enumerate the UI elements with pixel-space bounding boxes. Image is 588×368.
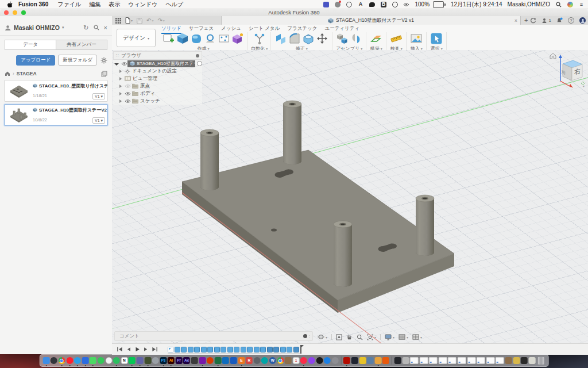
expand-arrow-icon[interactable] — [119, 70, 122, 73]
dock-app-icon-9[interactable] — [113, 357, 120, 364]
browser-node-0[interactable]: ドキュメントの設定 — [113, 67, 202, 75]
dock-app-icon-42[interactable] — [367, 357, 374, 364]
browser-grip-icon[interactable]: ∷ — [116, 53, 119, 58]
model-post-front-mid[interactable] — [334, 221, 352, 287]
dock-minimized-window[interactable] — [419, 357, 428, 364]
save-icon[interactable] — [137, 18, 142, 24]
dock-app-icon-10[interactable]: N — [121, 357, 127, 364]
dock-minimized-window[interactable] — [496, 357, 504, 364]
timeline-feature-2[interactable] — [181, 347, 187, 352]
dock-app-icon-8[interactable] — [105, 357, 112, 364]
dock-app-icon-23[interactable] — [222, 357, 229, 364]
data-item-card-1[interactable]: STAGEA_H10壁面取付ステーV2 10/8/22 V1 ▾ — [4, 104, 108, 126]
viewcube-home-icon[interactable] — [550, 53, 556, 59]
dock-app-icon-37[interactable] — [331, 357, 338, 364]
dock-app-icon-18[interactable]: Ae — [183, 357, 190, 364]
expand-arrow-icon[interactable] — [119, 99, 122, 103]
dock-app-icon-32[interactable]: 1 — [292, 357, 299, 364]
dock-app-icon-24[interactable] — [230, 357, 237, 364]
timeline-feature-7[interactable] — [214, 347, 220, 352]
viewports-icon[interactable]: ▾ — [412, 334, 422, 340]
home-icon[interactable] — [5, 71, 10, 76]
display-settings-icon[interactable]: ▾ — [385, 334, 394, 340]
document-tab[interactable]: STAGEA_H10壁面取付ステーV2 v1 × — [221, 16, 521, 25]
timeline-playhead[interactable] — [300, 345, 301, 354]
file-menu-icon[interactable]: ▾ — [125, 17, 133, 24]
dock-app-icon-61[interactable] — [529, 357, 536, 364]
dock-app-icon-19[interactable] — [191, 357, 198, 364]
dock-app-icon-22[interactable] — [215, 357, 222, 364]
dock-app-icon-21[interactable] — [207, 357, 214, 364]
browser-node-3[interactable]: ボディ — [113, 90, 202, 97]
dock-app-icon-16[interactable]: Ai — [168, 357, 175, 364]
apple-menu-icon[interactable] — [7, 1, 13, 8]
dock-app-icon-0[interactable] — [42, 357, 49, 364]
time-step-back-icon[interactable] — [126, 346, 131, 352]
time-skip-end-icon[interactable] — [152, 346, 158, 352]
assembly-icon[interactable] — [336, 32, 349, 45]
boxapp-icon[interactable]: B — [380, 1, 386, 7]
tab-data[interactable]: データ — [5, 40, 56, 49]
chat-bubble-icon[interactable] — [369, 1, 375, 7]
dock-app-icon-35[interactable] — [316, 357, 323, 364]
mesh-icon[interactable] — [231, 32, 244, 45]
panel-close-icon[interactable]: × — [104, 25, 107, 31]
dock-app-icon-58[interactable] — [505, 357, 512, 364]
menubar-app-name[interactable]: Fusion 360 — [18, 1, 48, 7]
spotlight-search-icon[interactable] — [555, 1, 562, 7]
activate-component-radio[interactable] — [197, 61, 202, 66]
dock-minimized-window[interactable] — [448, 357, 457, 364]
browser-node-4[interactable]: スケッチ — [113, 97, 202, 105]
viewport-canvas[interactable]: ∷ ブラウザ STAGEA_H10壁面取付ステーV... ドキュメントの設定ビュ… — [112, 50, 588, 343]
document-tab-close-icon[interactable]: × — [514, 18, 517, 24]
dock-app-icon-2[interactable] — [59, 357, 65, 364]
shell-icon[interactable] — [302, 32, 315, 45]
pan-icon[interactable] — [346, 334, 353, 340]
look-at-icon[interactable] — [336, 334, 342, 340]
dock-app-icon-11[interactable] — [129, 357, 136, 364]
timeline-feature-18[interactable] — [287, 347, 292, 352]
account-chevron-icon[interactable]: ▾ — [62, 25, 64, 30]
dock-app-icon-4[interactable] — [74, 357, 81, 364]
dock-minimized-window[interactable] — [429, 357, 438, 364]
dock-app-icon-33[interactable] — [300, 357, 307, 364]
timeline-feature-19[interactable] — [293, 347, 299, 352]
dock-app-icon-31[interactable] — [285, 357, 292, 364]
dock-app-icon-43[interactable] — [374, 357, 381, 364]
control-center-icon[interactable] — [567, 1, 573, 7]
eye-icon[interactable] — [121, 62, 127, 66]
antivirus-icon[interactable]: A — [357, 1, 363, 7]
upload-button[interactable]: アップロード — [16, 55, 55, 66]
timeline-feature-9[interactable] — [227, 347, 233, 352]
sync-status-icon[interactable] — [346, 1, 352, 7]
redo-icon[interactable]: ↷▾ — [157, 18, 164, 24]
menu-item-1[interactable]: 編集 — [89, 1, 100, 7]
dock-minimized-window[interactable] — [467, 357, 475, 364]
dock-app-icon-26[interactable]: R — [246, 357, 253, 364]
menubar-clock[interactable]: 12月1日(木) 9:24:14 — [451, 1, 502, 9]
insert-icon[interactable] — [410, 32, 423, 45]
expand-arrow-icon[interactable] — [119, 77, 122, 80]
extrude-icon[interactable] — [176, 32, 189, 45]
timeline-feature-6[interactable] — [207, 347, 213, 352]
revolve-icon[interactable] — [204, 32, 216, 45]
panel-settings-gear-icon[interactable] — [100, 57, 107, 64]
dock-app-icon-13[interactable] — [144, 357, 151, 364]
account-name[interactable]: Masaki OHMIZO — [14, 24, 60, 31]
timeline-feature-1[interactable] — [175, 347, 180, 352]
dock-app-icon-25[interactable]: E — [238, 357, 245, 364]
dock-minimized-window[interactable] — [486, 357, 495, 364]
collaboration-people-icon[interactable]: 1 — [541, 18, 551, 24]
dock-app-icon-7[interactable] — [98, 357, 105, 364]
help-icon[interactable]: ? — [568, 17, 574, 24]
fillet-icon[interactable] — [288, 32, 301, 45]
timeline-feature-5[interactable] — [201, 347, 207, 352]
timeline-feature-14[interactable] — [260, 347, 266, 352]
timeline-feature-13[interactable] — [254, 347, 260, 352]
dock-app-icon-5[interactable] — [82, 357, 88, 364]
panel-search-icon[interactable] — [94, 25, 99, 30]
menubar-username[interactable]: Masaki,OHMIZO — [508, 1, 550, 7]
browser-options-icon[interactable] — [196, 54, 199, 57]
comment-bar[interactable]: コメント : — [114, 331, 313, 341]
measure-icon[interactable] — [390, 32, 403, 45]
